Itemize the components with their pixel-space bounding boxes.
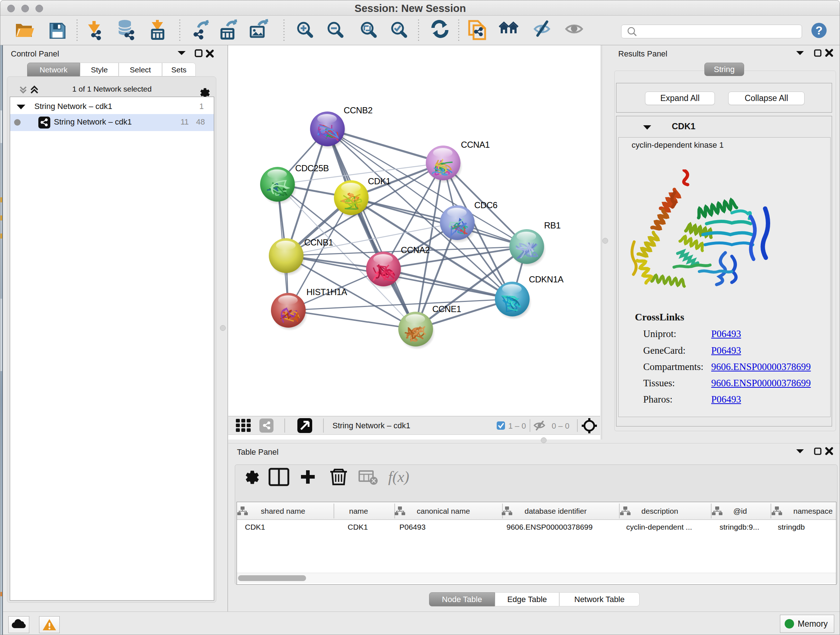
svg-text:RB1: RB1 [544,220,561,230]
svg-text:CDKN1A: CDKN1A [529,274,564,284]
svg-text:CDC25B: CDC25B [295,163,329,173]
svg-text:CCNB1: CCNB1 [304,238,333,247]
svg-text:CCNA2: CCNA2 [401,245,430,255]
svg-text:CCNE1: CCNE1 [432,304,461,314]
svg-text:f(x): f(x) [388,469,409,486]
svg-text:CCNA1: CCNA1 [461,140,490,149]
svg-text:CCNB2: CCNB2 [344,105,373,115]
svg-text:CDK1: CDK1 [368,176,391,186]
svg-text:?: ? [815,24,823,37]
svg-text:CDC6: CDC6 [474,200,497,210]
svg-text:HIST1H1A: HIST1H1A [306,287,347,297]
